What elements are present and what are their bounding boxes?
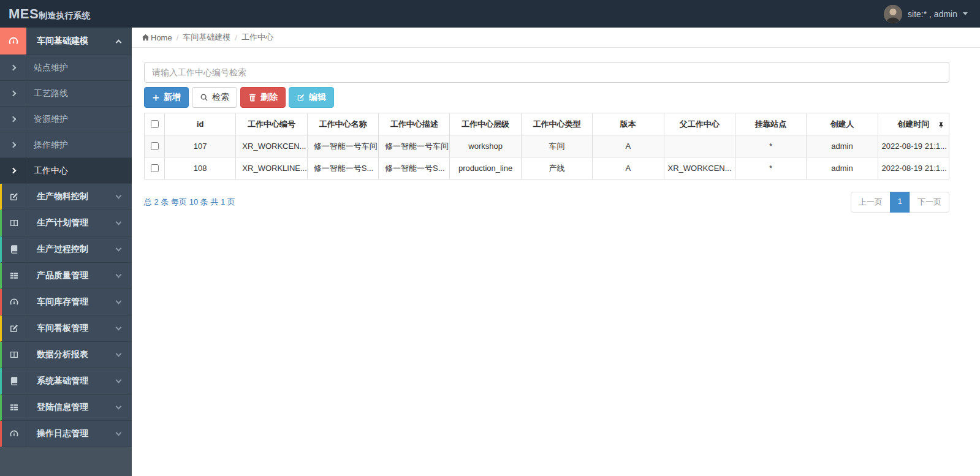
row-select-cell bbox=[145, 135, 165, 157]
sidebar-item-work-center-active[interactable]: 工作中心 bbox=[0, 158, 132, 184]
cell-id: 108 bbox=[165, 157, 236, 179]
edit-icon bbox=[2, 315, 26, 341]
chevron-down-icon bbox=[116, 377, 122, 383]
search-icon bbox=[200, 93, 208, 102]
column-header-code: 工作中心编号 bbox=[236, 113, 307, 135]
chevron-down-icon bbox=[116, 404, 122, 410]
chevron-down-icon bbox=[116, 246, 122, 252]
work-center-search-input[interactable] bbox=[144, 62, 949, 83]
row-checkbox[interactable] bbox=[151, 142, 159, 150]
app-logo-secondary: 制造执行系统 bbox=[39, 10, 90, 20]
row-checkbox[interactable] bbox=[151, 164, 159, 172]
chevron-right-icon bbox=[0, 158, 26, 183]
search-button[interactable]: 检索 bbox=[192, 87, 237, 108]
user-label: site:* , admin bbox=[908, 9, 957, 19]
breadcrumb-level2: 工作中心 bbox=[241, 32, 273, 43]
sidebar-group-label: 车间基础建模 bbox=[26, 36, 116, 47]
sidebar-item-label: 工艺路线 bbox=[26, 88, 68, 99]
toolbar: 新增 检索 删除 编辑 bbox=[144, 87, 949, 108]
sidebar-item-data-analysis[interactable]: 数据分析报表 bbox=[0, 342, 132, 368]
cell-creator: admin bbox=[807, 157, 878, 179]
chevron-right-icon bbox=[0, 81, 26, 106]
table-header-row: id 工作中心编号 工作中心名称 工作中心描述 工作中心层级 工作中心类型 版本… bbox=[145, 113, 949, 135]
chevron-down-icon bbox=[116, 298, 122, 304]
delete-button[interactable]: 删除 bbox=[240, 87, 286, 108]
sidebar-item-label: 产品质量管理 bbox=[26, 270, 116, 281]
columns-icon bbox=[2, 210, 26, 236]
sidebar-item-kanban-management[interactable]: 车间看板管理 bbox=[0, 315, 132, 342]
chevron-down-icon bbox=[116, 272, 122, 278]
cell-type: 产线 bbox=[521, 157, 592, 179]
pagination-summary[interactable]: 总 2 条 每页 10 条 共 1 页 bbox=[144, 197, 235, 208]
column-header-id: id bbox=[165, 113, 236, 135]
pagination-row: 总 2 条 每页 10 条 共 1 页 上一页 1 下一页 bbox=[144, 192, 949, 213]
chevron-right-icon bbox=[0, 55, 26, 80]
breadcrumb-level1[interactable]: 车间基础建模 bbox=[183, 32, 230, 43]
sidebar-item-system-management[interactable]: 系统基础管理 bbox=[0, 368, 132, 395]
sidebar-item-operation-maintenance[interactable]: 操作维护 bbox=[0, 132, 132, 158]
edit-icon bbox=[297, 93, 305, 102]
cell-description: 修一智能一号S... bbox=[379, 157, 450, 179]
cell-version: A bbox=[593, 157, 664, 179]
sidebar: 车间基础建模 站点维护 工艺路线 资源维护 操作维护 工作中心 生产物料控制 生… bbox=[0, 28, 132, 476]
next-page-button[interactable]: 下一页 bbox=[910, 192, 949, 213]
sidebar-item-label: 系统基础管理 bbox=[26, 376, 116, 387]
add-button[interactable]: 新增 bbox=[144, 87, 189, 108]
table-row[interactable]: 108 XR_WORKLINE... 修一智能一号S... 修一智能一号S...… bbox=[145, 157, 949, 179]
chevron-right-icon bbox=[0, 107, 26, 132]
user-menu[interactable]: site:* , admin bbox=[884, 5, 980, 23]
select-all-cell bbox=[145, 113, 165, 135]
trash-icon bbox=[248, 93, 257, 102]
sidebar-item-site-maintenance[interactable]: 站点维护 bbox=[0, 55, 132, 81]
column-header-level: 工作中心层级 bbox=[450, 113, 521, 135]
sidebar-item-label: 车间库存管理 bbox=[26, 297, 116, 308]
home-icon bbox=[142, 34, 150, 42]
cell-id: 107 bbox=[165, 135, 236, 157]
cell-name: 修一智能一号S... bbox=[307, 157, 378, 179]
sidebar-group-workshop-modeling[interactable]: 车间基础建模 bbox=[0, 28, 132, 55]
cell-description: 修一智能一号车间 bbox=[379, 135, 450, 157]
search-button-label: 检索 bbox=[212, 92, 229, 103]
sidebar-item-label: 工作中心 bbox=[26, 165, 68, 176]
avatar[interactable] bbox=[884, 5, 902, 23]
sidebar-item-resource-maintenance[interactable]: 资源维护 bbox=[0, 107, 132, 132]
app-logo: MES制造执行系统 bbox=[0, 6, 90, 22]
sidebar-item-operation-log[interactable]: 操作日志管理 bbox=[0, 421, 132, 447]
chevron-down-icon bbox=[116, 351, 122, 357]
sidebar-item-login-info[interactable]: 登陆信息管理 bbox=[0, 395, 132, 421]
breadcrumb-home[interactable]: Home bbox=[142, 33, 172, 42]
sidebar-item-plan-management[interactable]: 生产计划管理 bbox=[0, 210, 132, 236]
content: 新增 检索 删除 编辑 id bbox=[132, 48, 980, 213]
sidebar-item-process-control[interactable]: 生产过程控制 bbox=[0, 236, 132, 263]
book-icon bbox=[2, 236, 26, 262]
sidebar-item-material-control[interactable]: 生产物料控制 bbox=[0, 184, 132, 210]
edit-icon bbox=[2, 184, 26, 210]
sidebar-item-label: 生产物料控制 bbox=[26, 191, 116, 202]
column-header-created-time: 创建时间 bbox=[878, 113, 949, 135]
column-header-creator: 创建人 bbox=[807, 113, 878, 135]
avatar-photo bbox=[884, 5, 902, 23]
sidebar-item-quality-management[interactable]: 产品质量管理 bbox=[0, 263, 132, 289]
column-header-name: 工作中心名称 bbox=[307, 113, 378, 135]
chevron-down-icon bbox=[116, 193, 122, 199]
cell-code: XR_WORKCEN... bbox=[236, 135, 307, 157]
cell-version: A bbox=[593, 135, 664, 157]
caret-down-icon bbox=[963, 12, 968, 15]
page-1-button[interactable]: 1 bbox=[890, 192, 910, 213]
chevron-right-icon bbox=[0, 132, 26, 157]
prev-page-button[interactable]: 上一页 bbox=[851, 192, 891, 213]
main-area: Home / 车间基础建模 / 工作中心 新增 检索 删除 编辑 bbox=[132, 28, 980, 476]
sidebar-item-inventory-management[interactable]: 车间库存管理 bbox=[0, 289, 132, 315]
pin-icon[interactable] bbox=[938, 119, 944, 129]
breadcrumb-separator: / bbox=[177, 33, 179, 42]
select-all-checkbox[interactable] bbox=[151, 120, 159, 128]
row-select-cell bbox=[145, 157, 165, 179]
sidebar-item-label: 资源维护 bbox=[26, 114, 68, 125]
column-header-parent: 父工作中心 bbox=[664, 113, 735, 135]
pagination: 上一页 1 下一页 bbox=[851, 192, 949, 213]
plus-icon bbox=[152, 94, 160, 102]
edit-button[interactable]: 编辑 bbox=[289, 87, 334, 108]
table-row[interactable]: 107 XR_WORKCEN... 修一智能一号车间 修一智能一号车间 work… bbox=[145, 135, 949, 157]
dashboard-icon bbox=[0, 28, 26, 55]
sidebar-item-process-route[interactable]: 工艺路线 bbox=[0, 81, 132, 107]
